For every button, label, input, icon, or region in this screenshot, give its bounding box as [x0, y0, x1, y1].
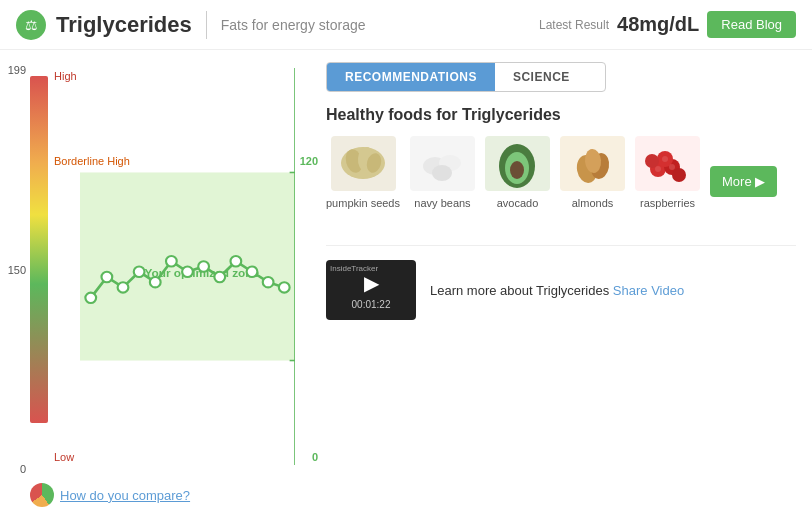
food-item-raspberries: raspberries [635, 136, 700, 209]
svg-point-13 [263, 277, 274, 287]
food-item-almonds: almonds [560, 136, 625, 209]
latest-value: 48mg/dL [617, 13, 699, 36]
compare-bar: How do you compare? [30, 483, 190, 507]
right-label-0: 0 [312, 451, 318, 463]
chart-svg: Your optimized zone [80, 68, 295, 465]
header: ⚖ Triglycerides Fats for energy storage … [0, 0, 812, 50]
food-row: pumpkin seeds navy beans avocado [326, 136, 796, 227]
title-divider [206, 11, 207, 39]
food-label-navybeans: navy beans [414, 197, 470, 209]
svg-point-3 [102, 272, 113, 282]
page-title: Triglycerides [56, 12, 192, 38]
svg-point-24 [432, 165, 452, 181]
video-text: Learn more about Triglycerides [430, 283, 609, 298]
food-label-almonds: almonds [572, 197, 614, 209]
tab-bar: RECOMMENDATIONS SCIENCE [326, 62, 606, 92]
video-thumbnail[interactable]: InsideTracker ▶ 00:01:22 [326, 260, 416, 320]
food-img-raspberries [635, 136, 700, 191]
food-item-navybeans: navy beans [410, 136, 475, 209]
food-label-avocado: avocado [497, 197, 539, 209]
svg-point-5 [134, 267, 145, 277]
chart-area: 199 150 0 High Borderline High Low Your … [0, 50, 310, 515]
svg-point-10 [214, 272, 225, 282]
food-label-raspberries: raspberries [640, 197, 695, 209]
svg-point-36 [655, 166, 661, 172]
page-subtitle: Fats for energy storage [221, 17, 366, 33]
latest-label: Latest Result [539, 18, 609, 32]
food-label-pumpkin: pumpkin seeds [326, 197, 400, 209]
video-duration: 00:01:22 [352, 299, 391, 310]
compare-link[interactable]: How do you compare? [60, 488, 190, 503]
svg-point-38 [662, 156, 668, 162]
svg-point-34 [672, 168, 686, 182]
svg-point-14 [279, 282, 290, 292]
svg-point-7 [166, 256, 177, 266]
food-grid: pumpkin seeds navy beans avocado [326, 136, 700, 209]
food-item-pumpkin: pumpkin seeds [326, 136, 400, 209]
right-panel: RECOMMENDATIONS SCIENCE Healthy foods fo… [310, 50, 812, 515]
gradient-bar [30, 76, 48, 423]
zone-low-label: Low [54, 451, 74, 463]
more-button[interactable]: More ▶ [710, 166, 777, 197]
section-title: Healthy foods for Triglycerides [326, 106, 796, 124]
y-axis: 199 150 0 [0, 60, 30, 505]
svg-point-37 [669, 164, 675, 170]
y-label-150: 150 [0, 264, 26, 276]
tab-recommendations[interactable]: RECOMMENDATIONS [327, 63, 495, 91]
svg-point-6 [150, 277, 161, 287]
svg-point-4 [118, 282, 129, 292]
food-img-pumpkin [331, 136, 396, 191]
food-img-navybeans [410, 136, 475, 191]
food-img-avocado [485, 136, 550, 191]
y-label-199: 199 [0, 64, 26, 76]
svg-point-35 [645, 154, 659, 168]
svg-point-8 [182, 267, 193, 277]
svg-point-27 [510, 161, 524, 179]
svg-point-12 [247, 267, 258, 277]
food-img-almonds [560, 136, 625, 191]
svg-point-11 [231, 256, 242, 266]
right-label-120: 120 [300, 155, 318, 167]
main-content: 199 150 0 High Borderline High Low Your … [0, 50, 812, 515]
svg-point-9 [198, 261, 209, 271]
video-section: InsideTracker ▶ 00:01:22 Learn more abou… [326, 245, 796, 320]
food-item-avocado: avocado [485, 136, 550, 209]
compare-icon [30, 483, 54, 507]
header-right: Latest Result 48mg/dL Read Blog [539, 11, 796, 38]
share-video-link[interactable]: Share Video [613, 283, 684, 298]
read-blog-button[interactable]: Read Blog [707, 11, 796, 38]
video-watermark: InsideTracker [330, 264, 378, 273]
tab-science[interactable]: SCIENCE [495, 63, 588, 91]
play-icon: ▶ [364, 271, 379, 295]
zone-high-label: High [54, 70, 77, 82]
video-description: Learn more about Triglycerides Share Vid… [430, 283, 684, 298]
svg-point-2 [85, 293, 96, 303]
logo-icon: ⚖ [16, 10, 46, 40]
y-label-0: 0 [0, 463, 26, 475]
